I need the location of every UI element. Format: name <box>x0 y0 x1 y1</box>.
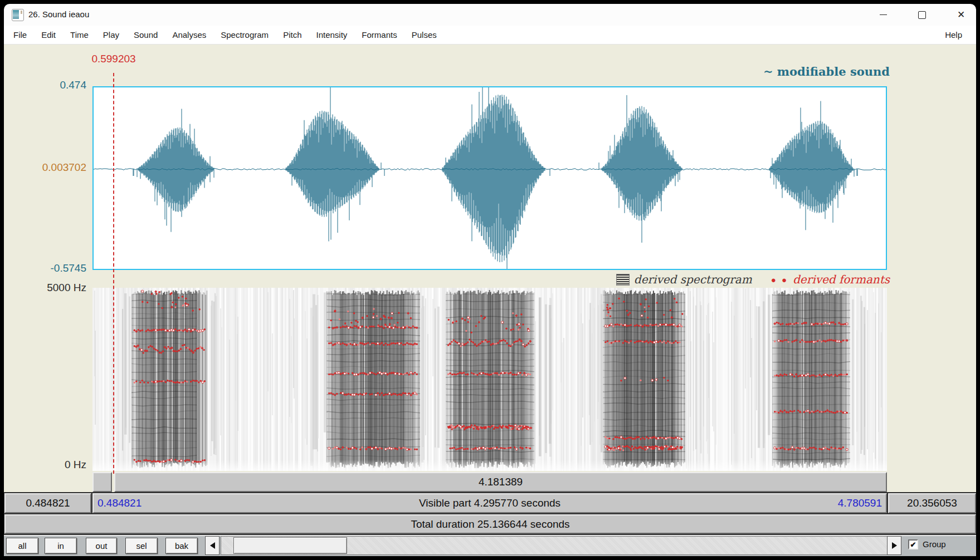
menu-bar: FileEditTimePlaySoundAnalysesSpectrogram… <box>4 26 976 45</box>
waveform-plot <box>94 87 886 269</box>
menu-formants[interactable]: Formants <box>354 26 404 44</box>
maximize-button[interactable] <box>908 4 937 26</box>
menu-file[interactable]: File <box>4 26 34 44</box>
praat-editor-window: 26. Sound ieaou ✕ FileEditTimePlaySoundA… <box>0 0 980 560</box>
zoom-button-all[interactable]: all <box>6 538 38 554</box>
cursor-time-label: 0.599203 <box>80 53 147 65</box>
scrollbar-thumb[interactable] <box>233 537 347 554</box>
after-window-value: 20.356053 <box>907 497 957 509</box>
amplitude-cursor-label: 0.003702 <box>14 161 86 174</box>
menu-help[interactable]: Help <box>931 30 976 40</box>
timebar-before-cursor[interactable] <box>92 472 112 492</box>
spectrogram-hatch-icon <box>616 274 630 286</box>
group-checkbox-label: Group <box>923 539 946 549</box>
amplitude-min-label: -0.5745 <box>14 262 86 274</box>
title-bar: 26. Sound ieaou ✕ <box>4 4 976 26</box>
window-title: 26. Sound ieaou <box>28 9 89 19</box>
amplitude-max-label: 0.474 <box>14 79 86 91</box>
waveform-panel[interactable] <box>92 86 887 270</box>
minimize-icon <box>880 14 887 15</box>
menu-pulses[interactable]: Pulses <box>404 26 444 44</box>
minimize-button[interactable] <box>869 4 898 26</box>
menu-intensity[interactable]: Intensity <box>309 26 354 44</box>
app-icon <box>12 9 24 21</box>
spectrogram-plot <box>92 288 887 471</box>
menu-play[interactable]: Play <box>96 26 126 44</box>
total-duration-label: Total duration 25.136644 seconds <box>411 518 569 530</box>
freq-min-label: 0 Hz <box>14 459 86 471</box>
menu-analyses[interactable]: Analyses <box>165 26 213 44</box>
visible-part-label: Visible part 4.295770 seconds <box>419 497 560 509</box>
timebar-cursor-to-end-value: 4.181389 <box>479 476 523 488</box>
freq-max-label: 5000 Hz <box>14 282 86 294</box>
editor-workspace: 0.599203 0.474 0.003702 -0.5745 ~ modifi… <box>4 45 976 492</box>
menu-pitch[interactable]: Pitch <box>276 26 309 44</box>
group-checkbox[interactable]: ✔ <box>908 539 918 549</box>
window-end-value: 4.780591 <box>838 497 882 509</box>
close-button[interactable]: ✕ <box>947 4 976 26</box>
scroll-right-button[interactable] <box>887 536 901 555</box>
scroll-right-icon <box>892 542 897 549</box>
timebar-after-window[interactable]: 20.356053 <box>888 493 976 513</box>
menu-spectrogram[interactable]: Spectrogram <box>213 26 276 44</box>
scroll-left-icon <box>210 542 215 549</box>
timebar-visible-part[interactable]: 0.484821 Visible part 4.295770 seconds 4… <box>92 493 887 513</box>
scroll-left-button[interactable] <box>205 536 220 555</box>
close-icon: ✕ <box>957 10 965 19</box>
analysis-legend: derived spectrogram ● ● derived formants <box>616 272 890 287</box>
formant-dots-icon: ● ● <box>771 275 788 284</box>
timebar-cursor-to-end[interactable]: 4.181389 <box>114 472 887 492</box>
spectrogram-panel[interactable] <box>92 288 887 471</box>
cursor-line <box>113 73 114 474</box>
menu-edit[interactable]: Edit <box>34 26 63 44</box>
timebar-before-window[interactable]: 0.484821 <box>4 493 91 513</box>
modifiable-sound-badge: ~ modifiable sound <box>763 65 890 78</box>
before-window-value: 0.484821 <box>26 497 70 509</box>
derived-formants-label: derived formants <box>793 273 890 286</box>
derived-spectrogram-label: derived spectrogram <box>634 273 752 286</box>
window-start-value: 0.484821 <box>97 497 142 509</box>
zoom-button-in[interactable]: in <box>45 538 77 554</box>
maximize-icon <box>918 11 926 19</box>
timebar-total-duration[interactable]: Total duration 25.136644 seconds <box>4 514 976 534</box>
zoom-button-bak[interactable]: bak <box>165 538 198 554</box>
menu-time[interactable]: Time <box>63 26 96 44</box>
zoom-button-sel[interactable]: sel <box>125 538 158 554</box>
zoom-button-out[interactable]: out <box>86 538 117 554</box>
menu-sound[interactable]: Sound <box>126 26 165 44</box>
